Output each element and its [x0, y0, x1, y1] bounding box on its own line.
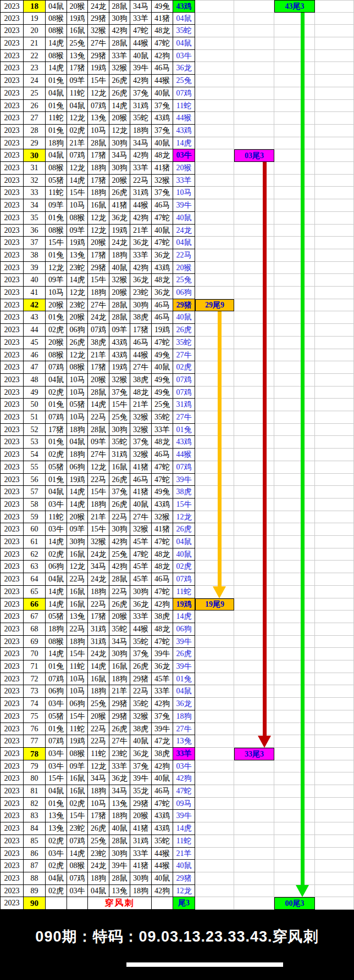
period-cell: 42 — [24, 299, 46, 311]
annotation-empty-cell — [195, 798, 234, 810]
annotation-empty-cell — [195, 237, 234, 249]
period-cell: 19 — [24, 13, 46, 25]
number-cell: 15牛 — [109, 399, 130, 411]
number-cell: 14虎 — [46, 62, 67, 75]
number-cell: 36龙 — [109, 772, 130, 785]
number-cell: 04鼠 — [46, 785, 67, 798]
number-cell: 46马 — [152, 311, 173, 324]
number-cell: 19鸡 — [67, 474, 88, 486]
year-cell: 2023 — [0, 748, 24, 760]
annotation-empty-cell — [315, 785, 354, 798]
annotation-empty-cell — [234, 37, 274, 50]
number-cell: 09羊 — [88, 436, 109, 449]
annotation-empty-cell — [234, 685, 274, 698]
number-cell: 30狗 — [109, 137, 130, 149]
number-cell: 23蛇 — [130, 287, 152, 299]
year-cell: 2023 — [0, 287, 24, 299]
number-cell: 10马 — [88, 125, 109, 137]
number-cell: 12龙 — [46, 262, 67, 274]
number-cell: 10马 — [67, 411, 88, 424]
annotation-empty-cell — [274, 573, 315, 586]
year-cell: 2023 — [0, 673, 24, 685]
number-cell: 15牛 — [88, 523, 109, 536]
annotation-empty-cell — [315, 636, 354, 648]
annotation-empty-cell — [234, 835, 274, 848]
number-cell: 01兔 — [46, 311, 67, 324]
number-cell: 43鸡 — [152, 499, 173, 511]
special-number-cell: 15牛 — [173, 499, 195, 511]
annotation-empty-cell — [234, 723, 274, 735]
special-number-cell: 13兔 — [173, 735, 195, 748]
annotation-empty-cell — [234, 872, 274, 885]
number-cell: 34马 — [130, 137, 152, 149]
number-cell: 08猴 — [67, 212, 88, 225]
year-cell: 2023 — [0, 710, 24, 723]
year-cell: 2023 — [0, 349, 24, 361]
number-cell: 42狗 — [130, 75, 152, 87]
number-cell: 25兔 — [109, 548, 130, 561]
number-cell: 28鼠 — [109, 311, 130, 324]
number-cell: 12龙 — [67, 349, 88, 361]
number-cell: 07鸡 — [88, 324, 109, 337]
annotation-empty-cell — [234, 411, 274, 424]
number-cell: 37兔 — [130, 436, 152, 449]
period-cell: 27 — [24, 112, 46, 125]
annotation-empty-cell — [195, 548, 234, 561]
number-cell: 01兔 — [46, 723, 67, 735]
number-cell: 12龙 — [109, 125, 130, 137]
annotation-empty-cell — [315, 573, 354, 586]
annotation-empty-cell — [234, 399, 274, 411]
annotation-empty-cell — [274, 100, 315, 112]
number-cell: 25兔 — [88, 698, 109, 710]
number-cell: 07鸡 — [67, 872, 88, 885]
number-cell: 40鼠 — [109, 262, 130, 274]
special-number-cell: 04鼠 — [173, 37, 195, 50]
annotation-empty-cell — [315, 424, 354, 436]
period-cell: 58 — [24, 499, 46, 511]
number-cell: 43鸡 — [152, 810, 173, 822]
number-cell: 41猪 — [130, 822, 152, 835]
year-cell: 2023 — [0, 848, 24, 860]
number-cell: 14虎 — [46, 586, 67, 598]
number-cell: 06狗 — [46, 685, 67, 698]
number-cell: 15牛 — [67, 187, 88, 199]
number-cell: 28鼠 — [88, 424, 109, 436]
number-cell: 04鼠 — [46, 486, 67, 499]
special-number-cell: 20猴 — [173, 162, 195, 175]
number-cell: 20猴 — [67, 311, 88, 324]
number-cell: 08猴 — [46, 636, 67, 648]
number-cell: 18狗 — [67, 424, 88, 436]
special-number-cell: 03牛 — [173, 760, 195, 772]
annotation-empty-cell — [274, 449, 315, 461]
number-cell: 47蛇 — [152, 237, 173, 249]
number-cell: 07鸡 — [46, 361, 67, 374]
annotation-empty-cell — [274, 636, 315, 648]
number-cell: 26虎 — [109, 474, 130, 486]
number-cell: 26虎 — [109, 87, 130, 100]
year-cell: 2023 — [0, 561, 24, 573]
special-number-cell: 07鸡 — [173, 387, 195, 399]
number-cell: 34马 — [109, 636, 130, 648]
annotation-empty-cell — [234, 249, 274, 262]
number-cell: 08猴 — [46, 25, 67, 37]
number-cell: 21羊 — [88, 349, 109, 361]
period-cell: 76 — [24, 723, 46, 735]
special-number-cell: 35蛇 — [173, 337, 195, 349]
number-cell: 48龙 — [130, 387, 152, 399]
special-number-cell: 40鼠 — [173, 860, 195, 872]
number-cell: 24龙 — [88, 860, 109, 872]
period-cell: 31 — [24, 162, 46, 175]
number-cell: 12龙 — [88, 87, 109, 100]
period-cell: 21 — [24, 37, 46, 50]
number-cell: 43鸡 — [152, 262, 173, 274]
year-cell: 2023 — [0, 723, 24, 735]
annotation-empty-cell — [234, 237, 274, 249]
number-cell: 42狗 — [152, 50, 173, 62]
annotation-empty-cell — [315, 274, 354, 287]
annotation-empty-cell — [274, 225, 315, 237]
number-cell: 25兔 — [109, 411, 130, 424]
number-cell: 30狗 — [109, 13, 130, 25]
annotation-empty-cell — [234, 387, 274, 399]
annotation-empty-cell — [195, 897, 234, 910]
annotation-empty-cell — [195, 436, 234, 449]
